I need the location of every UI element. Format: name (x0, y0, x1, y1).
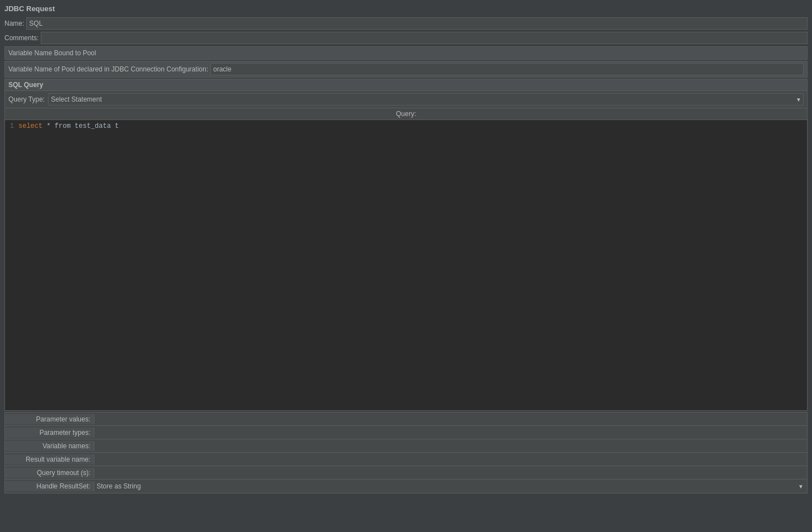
result-variable-name-row: Result variable name: (5, 453, 807, 466)
variable-names-row: Variable names: (5, 439, 807, 453)
parameter-types-row: Parameter types: (5, 426, 807, 439)
line-numbers: 1 (7, 122, 18, 408)
code-keyword: select (18, 122, 42, 130)
handle-resultset-select-wrapper: Store as String Store as Object Count Re… (94, 480, 807, 492)
jdbc-request-panel: JDBC Request Name: Comments: Variable Na… (0, 0, 812, 532)
query-type-label: Query Type: (8, 95, 45, 103)
bottom-fields: Parameter values: Parameter types: Varia… (4, 412, 808, 493)
panel-title: JDBC Request (4, 4, 808, 13)
result-variable-name-input[interactable] (94, 453, 807, 466)
handle-resultset-row: Handle ResultSet: Store as String Store … (5, 480, 807, 493)
variable-names-input[interactable] (94, 440, 807, 452)
sql-query-header: SQL Query (5, 79, 807, 91)
variable-names-label: Variable names: (5, 441, 94, 451)
code-operator: * (42, 122, 55, 130)
name-input[interactable] (26, 17, 808, 30)
query-section-label: Query: (5, 108, 807, 120)
result-variable-name-label: Result variable name: (5, 454, 94, 464)
parameter-types-input[interactable] (94, 426, 807, 439)
query-timeout-row: Query timeout (s): (5, 466, 807, 480)
pool-label: Variable Name of Pool declared in JDBC C… (8, 65, 208, 73)
code-content[interactable]: select * from test_data t (18, 122, 805, 408)
query-type-row: Query Type: Select Statement Update Stat… (5, 91, 807, 108)
query-type-select[interactable]: Select Statement Update Statement Callab… (48, 93, 804, 106)
name-row: Name: (4, 17, 808, 30)
comments-label: Comments: (4, 34, 39, 42)
query-timeout-label: Query timeout (s): (5, 468, 94, 478)
sql-query-section: SQL Query Query Type: Select Statement U… (4, 79, 808, 411)
name-label: Name: (4, 20, 24, 27)
handle-resultset-label: Handle ResultSet: (5, 481, 94, 491)
code-editor[interactable]: 1 select * from test_data t (5, 120, 807, 410)
parameter-values-label: Parameter values: (5, 414, 94, 424)
query-timeout-input[interactable] (94, 467, 807, 479)
pool-input[interactable] (210, 63, 804, 75)
query-type-select-wrapper: Select Statement Update Statement Callab… (48, 93, 804, 106)
comments-input[interactable] (41, 32, 808, 44)
parameter-types-label: Parameter types: (5, 428, 94, 438)
comments-row: Comments: (4, 32, 808, 44)
parameter-values-input[interactable] (94, 413, 807, 425)
code-identifier: from test_data t (55, 122, 119, 130)
parameter-values-row: Parameter values: (5, 413, 807, 426)
pool-row: Variable Name of Pool declared in JDBC C… (4, 61, 808, 78)
handle-resultset-select[interactable]: Store as String Store as Object Count Re… (94, 480, 807, 492)
variable-name-bound-header: Variable Name Bound to Pool (4, 46, 808, 60)
